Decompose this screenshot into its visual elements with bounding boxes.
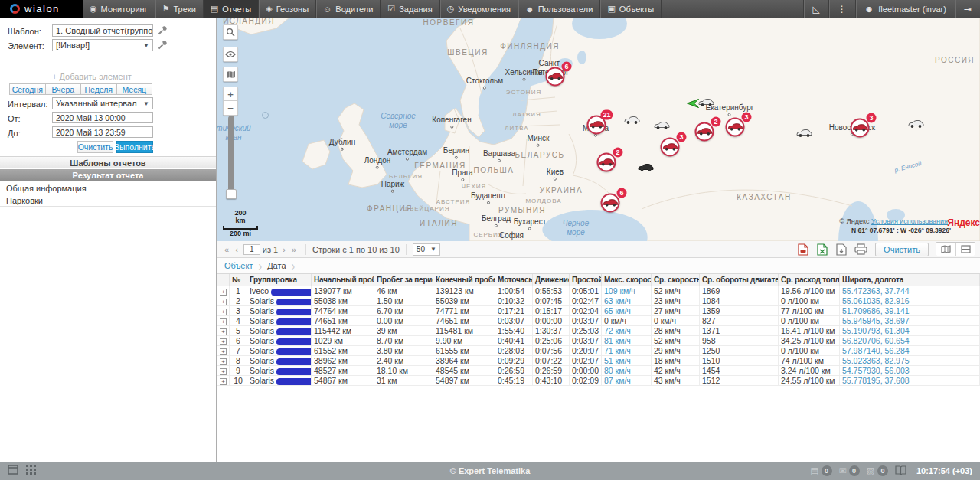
- quick-range-button[interactable]: Вчера: [46, 83, 82, 95]
- tab-reports[interactable]: ▤Отчеты: [204, 0, 259, 18]
- coordinates-link[interactable]: 55.778195, 37.608165: [842, 376, 910, 385]
- table-row[interactable]: +8Solaris38962 км2.40 км38964 км0:09:290…: [217, 356, 980, 366]
- col-header[interactable]: Движение: [533, 274, 570, 286]
- zoom-out-button[interactable]: −: [223, 100, 238, 116]
- moving-unit-arrow-icon[interactable]: [687, 99, 700, 110]
- table-row[interactable]: +6Solaris1029 км8.70 км9.90 км0:40:410:2…: [217, 336, 980, 346]
- map[interactable]: + − 200km 200 mi © Яндекс Условия исполь…: [217, 18, 980, 241]
- zoom-slider-thumb[interactable]: [226, 189, 237, 199]
- zoom-slider[interactable]: [228, 116, 234, 197]
- to-input[interactable]: [52, 126, 153, 138]
- export-file-icon[interactable]: [834, 243, 849, 256]
- map-search-button[interactable]: [223, 24, 238, 40]
- footer-badge-media[interactable]: ▨0: [867, 465, 888, 476]
- vehicle-marker-icon[interactable]: [697, 99, 714, 109]
- max-speed-value[interactable]: 63 км/ч: [604, 296, 631, 305]
- row-expand-button[interactable]: +: [220, 328, 227, 335]
- map-layers-button[interactable]: [223, 67, 238, 82]
- coordinates-link[interactable]: 55.023363, 82.975638: [842, 356, 910, 365]
- tab-monitoring[interactable]: ◉Мониторинг: [83, 0, 155, 18]
- page-last-button[interactable]: »: [289, 245, 299, 254]
- split-view-toggle[interactable]: [956, 243, 975, 256]
- clear-button[interactable]: Очистить: [77, 141, 113, 153]
- row-expand-button[interactable]: +: [220, 378, 227, 385]
- page-size-select[interactable]: 50▼: [413, 243, 440, 256]
- col-header[interactable]: Простой: [570, 274, 602, 286]
- vehicle-cluster-marker[interactable]: 3: [726, 118, 745, 137]
- col-header[interactable]: Конечный пробег: [433, 274, 495, 286]
- user-menu[interactable]: ☻fleetmaster (invar): [855, 0, 955, 18]
- vehicle-cluster-marker[interactable]: 2: [597, 153, 616, 172]
- row-expand-button[interactable]: +: [220, 358, 227, 365]
- col-header[interactable]: Ср. обороты двигателя: [700, 274, 779, 286]
- element-select[interactable]: [!Инвар!]▼: [52, 39, 153, 51]
- tab-drivers[interactable]: ☺Водители: [316, 0, 381, 18]
- template-select[interactable]: 1. Сводный отчёт(групповой)▼: [52, 24, 153, 37]
- tab-jobs[interactable]: ☑Задания: [381, 0, 439, 18]
- table-row[interactable]: +5Solaris115442 км39 км115481 км1:55:401…: [217, 326, 980, 336]
- result-item[interactable]: Парковки: [0, 194, 216, 207]
- col-header[interactable]: Ср. скорость: [652, 274, 700, 286]
- vehicle-marker-icon[interactable]: [795, 129, 812, 139]
- col-header[interactable]: №: [230, 274, 247, 286]
- from-input[interactable]: [52, 112, 153, 123]
- row-expand-button[interactable]: +: [220, 368, 227, 375]
- row-expand-button[interactable]: +: [220, 289, 227, 296]
- coordinates-link[interactable]: 54.757930, 56.003041: [842, 366, 910, 375]
- col-header[interactable]: Начальный пробег: [312, 274, 374, 286]
- table-row[interactable]: +3Solaris74764 км6.70 км74771 км0:17:210…: [217, 306, 980, 316]
- col-header[interactable]: Широта, долгота: [840, 274, 910, 286]
- page-first-button[interactable]: «: [221, 245, 232, 254]
- coordinates-link[interactable]: 55.190793, 61.304478: [842, 326, 910, 335]
- max-speed-value[interactable]: 109 км/ч: [604, 286, 635, 296]
- max-speed-value[interactable]: 72 км/ч: [604, 326, 631, 335]
- max-speed-value[interactable]: 71 км/ч: [604, 346, 631, 355]
- row-expand-button[interactable]: +: [220, 338, 227, 345]
- coordinates-link[interactable]: 55.472363, 37.744564: [842, 286, 910, 296]
- tools-icon[interactable]: ◺: [803, 0, 828, 18]
- print-icon[interactable]: [853, 243, 868, 256]
- export-pdf-icon[interactable]: [795, 243, 811, 256]
- report-clear-button[interactable]: Очистить: [875, 243, 929, 256]
- element-settings-icon[interactable]: [158, 41, 167, 50]
- add-element-button[interactable]: + Добавить элемент: [52, 72, 132, 81]
- map-view-toggle[interactable]: [936, 243, 956, 256]
- coordinates-link[interactable]: 55.061035, 82.916461: [842, 296, 910, 305]
- quick-range-button[interactable]: Месяц: [117, 83, 153, 95]
- page-next-button[interactable]: ›: [279, 245, 289, 254]
- col-header[interactable]: Ср. расход топлива: [779, 274, 840, 286]
- map-visibility-button[interactable]: [223, 47, 238, 62]
- zoom-in-button[interactable]: +: [223, 87, 238, 102]
- tab-object[interactable]: Объект: [224, 261, 253, 270]
- book-icon[interactable]: [895, 465, 906, 477]
- result-item[interactable]: Общая информация: [0, 182, 216, 194]
- page-prev-button[interactable]: ‹: [232, 245, 241, 254]
- coordinates-link[interactable]: 57.987140, 56.284371: [842, 346, 910, 355]
- tab-date[interactable]: Дата: [267, 261, 286, 270]
- footer-badge-mail[interactable]: ✉0: [839, 465, 860, 476]
- tab-geofences[interactable]: ◈Геозоны: [259, 0, 316, 18]
- table-row[interactable]: +2Solaris55038 км1.50 км55039 км0:10:320…: [217, 296, 980, 306]
- table-row[interactable]: +4Solaris74651 км0.00 км74651 км0:03:070…: [217, 316, 980, 326]
- execute-button[interactable]: Выполнить: [116, 141, 153, 153]
- col-header[interactable]: Моточасы: [495, 274, 533, 286]
- tab-users[interactable]: ☻Пользователи: [518, 0, 600, 18]
- row-expand-button[interactable]: +: [220, 299, 227, 305]
- table-row[interactable]: +9Solaris48527 км18.10 км48545 км0:26:59…: [217, 366, 980, 376]
- quick-range-button[interactable]: Неделя: [81, 83, 117, 95]
- table-row[interactable]: +7Solaris61552 км3.80 км61555 км0:28:030…: [217, 346, 980, 356]
- coordinates-link[interactable]: 51.709686, 39.141383: [842, 306, 910, 315]
- interval-select[interactable]: Указанный интервал▼: [52, 97, 153, 109]
- template-settings-icon[interactable]: [158, 26, 167, 35]
- vehicle-cluster-marker[interactable]: 3: [851, 119, 870, 138]
- col-header[interactable]: Макс. скорость: [602, 274, 652, 286]
- vehicle-cluster-marker[interactable]: 6: [601, 194, 620, 213]
- vehicle-cluster-marker[interactable]: 6: [546, 67, 565, 87]
- max-speed-value[interactable]: 51 км/ч: [604, 356, 631, 365]
- footer-badge-messages[interactable]: ▤0: [810, 465, 831, 476]
- quick-range-button[interactable]: Сегодня: [9, 83, 46, 95]
- vehicle-marker-icon[interactable]: [637, 164, 654, 174]
- terms-link[interactable]: Условия использования: [871, 217, 948, 225]
- max-speed-value[interactable]: 87 км/ч: [604, 376, 631, 385]
- coordinates-link[interactable]: 55.945945, 38.697553: [842, 316, 910, 325]
